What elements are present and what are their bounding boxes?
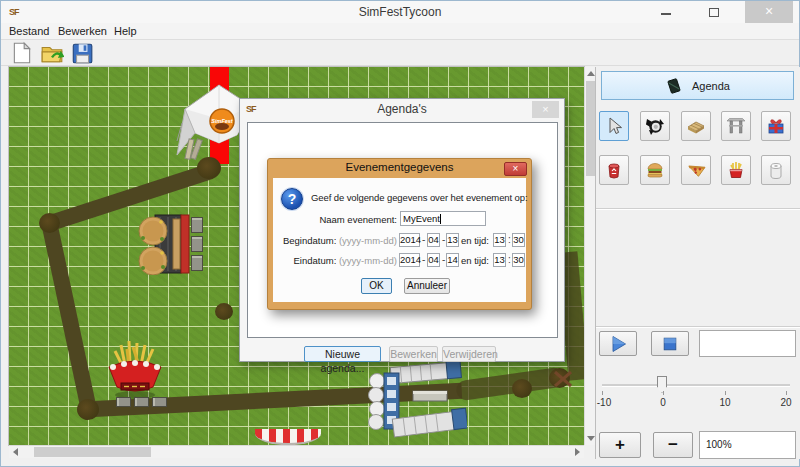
agenda-button[interactable]: Agenda bbox=[601, 71, 794, 100]
marker-x-icon bbox=[551, 367, 575, 391]
bench[interactable] bbox=[116, 397, 131, 407]
stop-button[interactable] bbox=[651, 331, 689, 356]
end-date-label: Eindatum: (yyyy-mm-dd) bbox=[273, 255, 397, 266]
start-minute-input[interactable]: 30 bbox=[512, 233, 525, 247]
minimize-icon bbox=[661, 13, 671, 15]
start-year-input[interactable]: 2014 bbox=[399, 233, 420, 247]
menu-bestand[interactable]: Bestand bbox=[9, 25, 49, 37]
dirt-path bbox=[41, 221, 96, 410]
new-file-icon bbox=[10, 41, 34, 65]
edit-agenda-button[interactable]: Bewerken bbox=[389, 346, 438, 362]
start-time-label: en tijd: bbox=[461, 235, 491, 246]
play-icon bbox=[607, 334, 629, 354]
end-month-input[interactable]: 04 bbox=[427, 253, 440, 267]
event-dialog-title: Evenementgegevens bbox=[268, 161, 531, 173]
toilet-roll-icon bbox=[766, 160, 786, 180]
play-button[interactable] bbox=[599, 331, 637, 356]
scroll-up-icon[interactable] bbox=[587, 71, 595, 76]
spotlight-tool-button[interactable] bbox=[640, 111, 670, 141]
cancel-button[interactable]: Annuleer bbox=[404, 278, 450, 294]
open-file-icon bbox=[40, 41, 64, 65]
agenda-book-icon bbox=[665, 77, 683, 95]
event-name-label: Naam evenement: bbox=[273, 214, 397, 225]
date-format-hint: (yyyy-mm-dd) bbox=[339, 235, 397, 246]
fries-tool-button[interactable] bbox=[721, 155, 751, 185]
ok-button[interactable]: OK bbox=[361, 278, 392, 294]
vertical-scrollbar[interactable] bbox=[584, 67, 595, 445]
maximize-button[interactable] bbox=[697, 1, 731, 23]
start-month-input[interactable]: 04 bbox=[427, 233, 440, 247]
save-file-button[interactable] bbox=[70, 41, 96, 65]
stage-floor-icon bbox=[686, 116, 706, 136]
stage-floor-tool-button[interactable] bbox=[681, 111, 711, 141]
menu-help[interactable]: Help bbox=[114, 25, 137, 37]
slider-tick-zero: 0 bbox=[660, 397, 666, 408]
stop-icon bbox=[660, 334, 680, 354]
select-tool-button[interactable] bbox=[599, 111, 629, 141]
open-file-button[interactable] bbox=[40, 41, 66, 65]
slider-tick-max: 20 bbox=[780, 397, 791, 408]
end-day-input[interactable]: 14 bbox=[446, 253, 459, 267]
end-minute-input[interactable]: 30 bbox=[512, 253, 525, 267]
event-prompt: Geef de volgende gegevens over het evene… bbox=[311, 192, 528, 203]
speed-slider-track[interactable] bbox=[602, 384, 790, 386]
menu-bewerken[interactable]: Bewerken bbox=[58, 25, 107, 37]
date-format-hint: (yyyy-mm-dd) bbox=[339, 255, 397, 266]
tent-logo-text: SimFest bbox=[211, 118, 234, 124]
new-agenda-button[interactable]: Nieuwe agenda... bbox=[304, 346, 381, 362]
toilet-roll-tool-button[interactable] bbox=[761, 155, 791, 185]
agendas-dialog-title: Agenda's bbox=[240, 102, 564, 116]
end-year-input[interactable]: 2014 bbox=[399, 253, 420, 267]
speed-slider-thumb[interactable] bbox=[657, 376, 667, 393]
stage-tool-button[interactable] bbox=[721, 111, 751, 141]
start-day-input[interactable]: 13 bbox=[446, 233, 459, 247]
horizontal-scroll-thumb[interactable] bbox=[34, 447, 151, 457]
bench[interactable] bbox=[134, 397, 149, 407]
bench[interactable] bbox=[191, 217, 203, 233]
burger-icon bbox=[645, 160, 665, 180]
event-dialog-close-button[interactable]: × bbox=[504, 162, 527, 176]
pizza-icon bbox=[686, 160, 706, 180]
fries-stand[interactable] bbox=[103, 339, 167, 401]
trashcan-icon bbox=[604, 160, 624, 180]
vertical-scroll-thumb[interactable] bbox=[586, 81, 595, 176]
close-button[interactable]: × bbox=[745, 1, 793, 23]
bench[interactable] bbox=[191, 255, 203, 271]
fries-icon bbox=[726, 160, 746, 180]
toilet-containers[interactable] bbox=[351, 359, 467, 443]
bench[interactable] bbox=[191, 236, 203, 252]
horizontal-scrollbar[interactable] bbox=[9, 445, 584, 458]
status-box bbox=[699, 330, 796, 357]
slider-tick-ten: 10 bbox=[719, 397, 730, 408]
striped-tent-roof bbox=[255, 429, 321, 445]
delete-agenda-button[interactable]: Verwijderen bbox=[442, 346, 496, 362]
toolbar bbox=[1, 41, 799, 66]
text-caret bbox=[440, 214, 441, 224]
gift-tool-button[interactable] bbox=[761, 111, 791, 141]
new-file-button[interactable] bbox=[10, 41, 36, 65]
question-icon: ? bbox=[281, 188, 303, 210]
zoom-in-button[interactable]: + bbox=[599, 432, 641, 458]
burger-stand[interactable] bbox=[137, 213, 195, 275]
maximize-icon bbox=[709, 8, 719, 17]
end-hour-input[interactable]: 13 bbox=[493, 253, 506, 267]
agendas-dialog-close-button[interactable]: × bbox=[532, 101, 559, 118]
scroll-left-icon[interactable] bbox=[13, 448, 18, 456]
scroll-down-icon[interactable] bbox=[587, 436, 595, 441]
event-name-input[interactable]: MyEvent bbox=[400, 211, 486, 226]
zoom-level-box: 100% bbox=[699, 431, 796, 459]
zoom-out-button[interactable]: − bbox=[653, 432, 693, 458]
pizza-tool-button[interactable] bbox=[681, 155, 711, 185]
bench[interactable] bbox=[152, 397, 167, 407]
minimize-button[interactable] bbox=[651, 1, 683, 23]
burger-tool-button[interactable] bbox=[640, 155, 670, 185]
select-tool-icon bbox=[604, 116, 624, 136]
gift-icon bbox=[766, 116, 786, 136]
start-hour-input[interactable]: 13 bbox=[493, 233, 506, 247]
menubar: Bestand Bewerken Help bbox=[1, 23, 799, 40]
zoom-level-value: 100% bbox=[706, 439, 732, 450]
titlebar[interactable]: SF SimFestTycoon × bbox=[1, 1, 799, 23]
trashcan-tool-button[interactable] bbox=[599, 155, 629, 185]
slider-tick-min: -10 bbox=[597, 397, 611, 408]
scroll-right-icon[interactable] bbox=[575, 448, 580, 456]
